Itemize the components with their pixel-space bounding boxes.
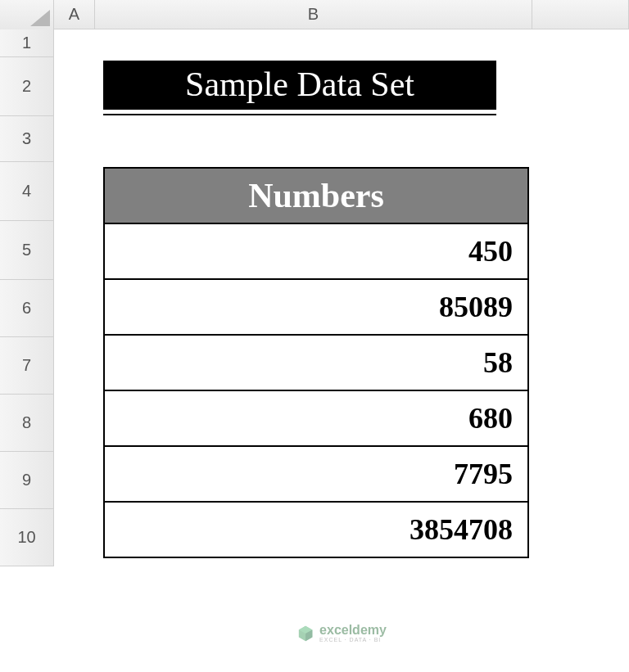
table-header-row: Numbers [104,168,528,223]
spreadsheet: A B 1 2 3 4 5 6 7 8 9 10 Sample Data Set… [0,0,629,672]
content-area[interactable]: Sample Data Set Numbers 450 85089 58 680 [54,29,629,672]
table-header-numbers[interactable]: Numbers [104,168,528,223]
column-header-a[interactable]: A [54,0,95,29]
row-headers: 1 2 3 4 5 6 7 8 9 10 [0,29,54,672]
row-header-8[interactable]: 8 [0,395,54,452]
row-header-5[interactable]: 5 [0,221,54,280]
row-header-3[interactable]: 3 [0,116,54,162]
column-header-next[interactable] [532,0,629,29]
row-header-4[interactable]: 4 [0,162,54,221]
row-header-1[interactable]: 1 [0,29,54,57]
watermark-brand: exceldemy [319,624,387,637]
column-headers-row: A B [0,0,629,29]
row-header-9[interactable]: 9 [0,452,54,509]
cube-icon [296,625,314,643]
table-row: 58 [104,335,528,390]
select-all-triangle-icon [30,10,50,26]
row-header-6[interactable]: 6 [0,280,54,337]
watermark: exceldemy EXCEL · DATA · BI [296,624,387,643]
table-cell-b9[interactable]: 7795 [104,446,528,502]
row-header-2[interactable]: 2 [0,57,54,116]
table-row: 7795 [104,446,528,502]
title-banner[interactable]: Sample Data Set [103,61,496,110]
table-cell-b6[interactable]: 85089 [104,279,528,335]
table-row: 3854708 [104,502,528,557]
numbers-table: Numbers 450 85089 58 680 7795 38 [103,167,529,558]
watermark-text: exceldemy EXCEL · DATA · BI [319,624,387,643]
table-row: 85089 [104,279,528,335]
watermark-tagline: EXCEL · DATA · BI [319,637,387,643]
title-underline [103,114,496,115]
column-header-b[interactable]: B [95,0,532,29]
table-row: 450 [104,223,528,279]
select-all-corner[interactable] [0,0,54,29]
table-cell-b10[interactable]: 3854708 [104,502,528,557]
row-header-10[interactable]: 10 [0,509,54,566]
table-cell-b5[interactable]: 450 [104,223,528,279]
table-cell-b7[interactable]: 58 [104,335,528,390]
row-header-7[interactable]: 7 [0,337,54,395]
table-row: 680 [104,390,528,446]
body-area: 1 2 3 4 5 6 7 8 9 10 Sample Data Set Num… [0,29,629,672]
table-cell-b8[interactable]: 680 [104,390,528,446]
